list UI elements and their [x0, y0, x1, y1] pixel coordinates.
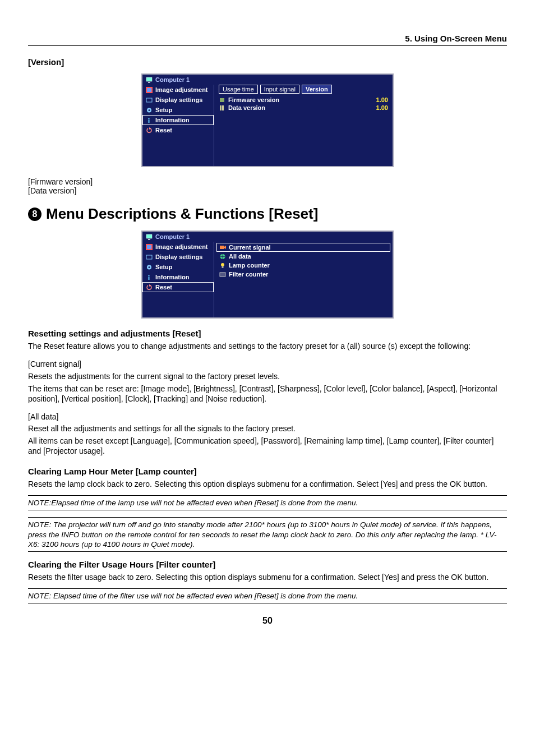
reset-intro: The Reset feature allows you to change a…	[28, 342, 507, 352]
svg-rect-7	[149, 118, 150, 119]
sidebar-item-reset[interactable]: Reset	[142, 125, 214, 135]
svg-point-18	[149, 266, 150, 268]
lamp-icon	[219, 262, 226, 269]
reset-option-lamp-counter[interactable]: Lamp counter	[216, 261, 390, 270]
svg-rect-12	[146, 234, 152, 238]
display-icon	[146, 254, 153, 260]
current-signal-desc2: The items that can be reset are: [Image …	[28, 384, 507, 404]
tab-version[interactable]: Version	[302, 85, 332, 94]
page-number: 50	[28, 616, 507, 626]
svg-rect-0	[146, 77, 152, 81]
filter-icon	[219, 271, 226, 278]
lamp-counter-heading: Clearing Lamp Hour Meter [Lamp counter]	[28, 467, 507, 476]
info-row-firmware: Firmware version 1.00	[219, 96, 388, 104]
all-data-desc2: All items can be reset except [Language]…	[28, 436, 507, 457]
menu-sidebar: Image adjustment Display settings Setup …	[142, 242, 214, 317]
all-data-desc1: Reset all the adjustments and settings f…	[28, 424, 507, 434]
setup-icon	[146, 107, 153, 113]
reset-option-label: Lamp counter	[229, 262, 270, 269]
tab-usage-time[interactable]: Usage time	[219, 85, 258, 94]
note-lamp-1: NOTE:Elapsed time of the lamp use will n…	[28, 495, 507, 510]
sidebar-item-label: Reset	[155, 127, 172, 133]
sidebar-item-label: Setup	[155, 264, 173, 270]
sidebar-item-setup[interactable]: Setup	[142, 262, 214, 272]
reset-option-all-data[interactable]: All data	[216, 252, 390, 261]
sidebar-item-display-settings[interactable]: Display settings	[142, 95, 214, 105]
sidebar-item-reset[interactable]: Reset	[142, 282, 214, 292]
sidebar-item-label: Display settings	[155, 96, 202, 103]
preset-icon	[146, 244, 153, 250]
svg-rect-19	[149, 275, 150, 276]
info-value: 1.00	[360, 104, 388, 111]
svg-point-6	[149, 109, 150, 111]
info-key: Data version	[228, 104, 265, 111]
menu-sidebar: Image adjustment Display settings Setup …	[142, 85, 214, 166]
reset-option-current-signal[interactable]: Current signal	[216, 243, 390, 252]
tab-row: Usage time Input signal Version	[219, 85, 388, 94]
preset-icon	[146, 87, 153, 93]
reset-option-filter-counter[interactable]: Filter counter	[216, 270, 390, 279]
below-list-item: [Firmware version]	[28, 177, 507, 186]
reset-icon	[146, 284, 153, 291]
info-key: Firmware version	[228, 96, 279, 103]
info-row-data: Data version 1.00	[219, 104, 388, 112]
reset-icon	[146, 127, 153, 133]
info-value: 1.00	[360, 96, 388, 103]
svg-rect-20	[149, 276, 150, 280]
display-icon	[146, 97, 153, 103]
reset-menu-window: Computer 1 Image adjustment Display sett…	[141, 231, 394, 319]
sidebar-item-setup[interactable]: Setup	[142, 105, 214, 115]
svg-rect-10	[220, 105, 222, 110]
section-number-badge: 8	[28, 208, 41, 221]
sidebar-item-image-adjustment[interactable]: Image adjustment	[142, 242, 214, 252]
section-title-text: Menu Descriptions & Functions [Reset]	[46, 205, 318, 223]
svg-rect-11	[222, 105, 224, 110]
setup-icon	[146, 264, 153, 270]
svg-rect-1	[148, 82, 150, 83]
info-icon	[146, 117, 153, 123]
reset-section-title: 8 Menu Descriptions & Functions [Reset]	[28, 205, 507, 223]
svg-rect-3	[147, 88, 151, 92]
sidebar-item-image-adjustment[interactable]: Image adjustment	[142, 85, 214, 95]
version-heading: [Version]	[28, 57, 507, 67]
filter-counter-desc: Resets the filter usage back to zero. Se…	[28, 573, 507, 583]
reset-option-label: All data	[229, 253, 251, 260]
sidebar-item-label: Reset	[155, 284, 172, 291]
globe-icon	[219, 253, 226, 260]
svg-rect-4	[146, 98, 152, 102]
lamp-counter-desc: Resets the lamp clock back to zero. Sele…	[28, 480, 507, 490]
chapter-header: 5. Using On-Screen Menu	[28, 34, 507, 46]
computer-icon	[146, 77, 153, 83]
svg-rect-21	[220, 246, 224, 249]
current-signal-desc1: Resets the adjustments for the current s…	[28, 372, 507, 382]
svg-rect-15	[147, 245, 151, 249]
all-data-label: [All data]	[28, 412, 507, 422]
chip-icon	[219, 97, 225, 103]
svg-rect-25	[220, 273, 225, 276]
sidebar-item-label: Image adjustment	[155, 86, 208, 93]
signal-icon	[219, 245, 226, 251]
menu-title-text: Computer 1	[155, 76, 190, 83]
sidebar-item-information[interactable]: Information	[142, 115, 214, 125]
svg-point-23	[221, 263, 224, 266]
sidebar-item-label: Information	[155, 274, 190, 280]
sidebar-item-display-settings[interactable]: Display settings	[142, 252, 214, 262]
svg-rect-16	[146, 255, 152, 259]
version-menu-window: Computer 1 Image adjustment Display sett…	[141, 73, 394, 167]
data-icon	[219, 105, 225, 111]
computer-icon	[146, 234, 153, 240]
menu-title-text: Computer 1	[155, 233, 190, 240]
note-filter: NOTE: Elapsed time of the filter use wil…	[28, 588, 507, 603]
sidebar-item-label: Information	[155, 117, 190, 123]
svg-rect-24	[222, 266, 224, 268]
filter-counter-heading: Clearing the Filter Usage Hours [Filter …	[28, 560, 507, 569]
svg-rect-13	[148, 239, 150, 240]
sidebar-item-label: Setup	[155, 107, 173, 113]
sidebar-item-label: Image adjustment	[155, 243, 208, 250]
svg-rect-9	[220, 98, 224, 102]
svg-rect-8	[149, 119, 150, 123]
info-icon	[146, 274, 153, 280]
sidebar-item-information[interactable]: Information	[142, 272, 214, 282]
tab-input-signal[interactable]: Input signal	[260, 85, 299, 94]
note-lamp-2: NOTE: The projector will turn off and go…	[28, 517, 507, 552]
